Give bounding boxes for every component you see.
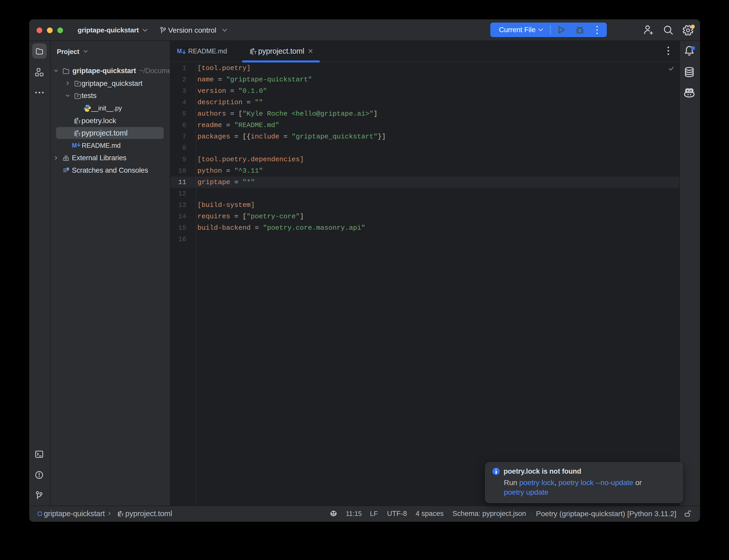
svg-text:[T]: [T]: [75, 132, 81, 137]
svg-text:[T]: [T]: [119, 513, 124, 517]
svg-text:[T]: [T]: [75, 120, 81, 124]
svg-text:[T]: [T]: [251, 50, 256, 55]
